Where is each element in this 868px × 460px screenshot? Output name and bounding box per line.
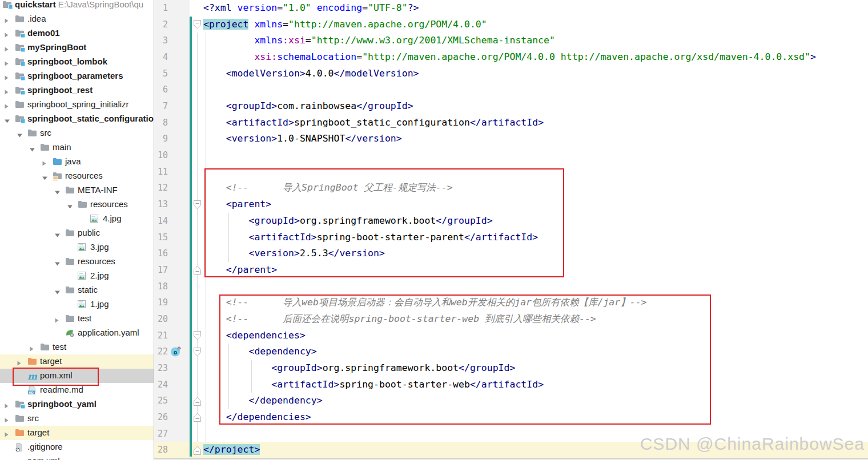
code-line-1[interactable]: <?xml version="1.0" encoding="UTF-8"?> [203, 0, 419, 17]
tree-item-.idea[interactable]: .idea [0, 12, 154, 26]
fold-collapse-end-icon[interactable] [193, 412, 202, 425]
tree-item-resources[interactable]: resources [0, 169, 154, 183]
tree-item-target[interactable]: target [0, 426, 154, 440]
tree-item-3.jpg[interactable]: 3.jpg [0, 240, 154, 255]
code-line-4[interactable]: xsi:schemaLocation="http://maven.apache.… [203, 49, 816, 66]
svg-text:MD: MD [29, 391, 34, 394]
folder-target-icon [15, 429, 25, 438]
tree-item-target[interactable]: target [0, 354, 154, 369]
tree-item-src[interactable]: src [0, 126, 154, 140]
code-segment: springboot_static_configuration [294, 117, 470, 128]
line-number: 18 [154, 279, 168, 295]
line-number: 13 [154, 196, 168, 213]
chevron-right-icon[interactable] [29, 344, 35, 350]
code-segment: = [356, 51, 362, 62]
fold-collapse-end-icon[interactable] [193, 265, 202, 277]
chevron-right-icon[interactable] [4, 16, 10, 22]
chevron-right-icon[interactable] [4, 73, 10, 79]
tree-item-test[interactable]: test [0, 340, 154, 354]
panel-separator[interactable] [154, 0, 154, 460]
tree-item-label: java [65, 156, 81, 166]
module-icon [15, 400, 25, 409]
code-segment: = [362, 2, 368, 13]
fold-collapse-end-icon[interactable] [193, 445, 202, 458]
chevron-right-icon[interactable] [42, 159, 48, 165]
code-segment: </artifactId> [470, 117, 544, 128]
line-number: 16 [154, 245, 168, 262]
code-line-8[interactable]: <artifactId>springboot_static_configurat… [203, 115, 544, 131]
chevron-down-icon[interactable] [54, 230, 61, 236]
fold-collapse-end-icon[interactable] [193, 396, 202, 409]
chevron-down-icon[interactable] [54, 187, 61, 193]
code-line-9[interactable]: <version>1.0-SNAPSHOT</version> [203, 131, 402, 147]
code-line-2[interactable]: <project xmlns="http://maven.apache.org/… [203, 17, 487, 33]
line-number: 28 [154, 442, 168, 458]
tree-item-test[interactable]: test [0, 312, 154, 326]
tree-item-.gitignore[interactable]: .gitignore [0, 440, 154, 454]
tree-item-springboot_rest[interactable]: springboot_rest [0, 83, 154, 98]
dependency-navigate-icon[interactable]: o [170, 345, 182, 360]
tree-item-resources[interactable]: resources [0, 197, 154, 212]
chevron-down-icon[interactable] [54, 287, 61, 293]
tree-item-src[interactable]: src [0, 411, 154, 426]
chevron-right-icon[interactable] [4, 45, 10, 51]
tree-item-meta-inf[interactable]: META-INF [0, 183, 154, 197]
line-number: 14 [154, 213, 168, 229]
chevron-down-icon[interactable] [17, 130, 23, 136]
chevron-right-icon[interactable] [4, 102, 10, 108]
vcs-change-bar[interactable] [190, 17, 192, 457]
tree-item-label: mySpringBoot [27, 42, 86, 52]
line-number: 26 [154, 409, 168, 426]
line-number: 1 [154, 0, 168, 17]
code-line-3[interactable]: xmlns:xsi="http://www.w3.org/2001/XMLSch… [203, 33, 555, 49]
chevron-down-icon[interactable] [67, 201, 73, 208]
watermark: CSDN @ChinaRainbowSea [640, 434, 865, 454]
chevron-right-icon[interactable] [54, 316, 61, 322]
fold-collapse-start-icon[interactable] [193, 19, 202, 32]
code-segment: xsi: [254, 51, 277, 62]
chevron-down-icon[interactable] [42, 173, 48, 179]
tree-item-myspringboot[interactable]: mySpringBoot [0, 41, 154, 55]
tree-item-resources[interactable]: resources [0, 255, 154, 269]
tree-item-springboot_parameters[interactable]: springboot_parameters [0, 69, 154, 83]
tree-item-label: test [53, 342, 66, 352]
code-line-7[interactable]: <groupId>com.rainbowsea</groupId> [203, 98, 413, 115]
tree-item-4.jpg[interactable]: 4.jpg [0, 212, 154, 226]
code-line-28[interactable]: </project> [203, 442, 260, 458]
tree-item-springboot_static_configuration[interactable]: springboot_static_configuration [0, 112, 154, 126]
code-segment: "http://maven.apache.org/POM/4.0.0 http:… [362, 51, 810, 62]
chevron-right-icon[interactable] [4, 430, 10, 436]
line-number: 21 [154, 328, 168, 344]
tree-item-main[interactable]: main [0, 140, 154, 155]
folder-icon [15, 15, 25, 24]
tree-item-demo01[interactable]: demo01 [0, 26, 154, 41]
tree-item-label: 4.jpg [103, 213, 122, 223]
tree-item-springboot_yaml[interactable]: springboot_yaml [0, 397, 154, 411]
tree-item-label: 3.jpg [90, 242, 109, 252]
chevron-right-icon[interactable] [4, 59, 10, 65]
fold-collapse-start-icon[interactable] [193, 200, 202, 212]
tree-item-pom.xml[interactable]: mpom.xml [0, 454, 154, 460]
tree-item-public[interactable]: public [0, 226, 154, 240]
fold-collapse-start-icon[interactable] [193, 330, 202, 343]
chevron-right-icon[interactable] [4, 87, 10, 94]
module-icon [15, 29, 25, 38]
chevron-right-icon[interactable] [4, 30, 10, 37]
chevron-right-icon[interactable] [4, 401, 10, 407]
tree-item-static[interactable]: static [0, 283, 154, 297]
fold-collapse-start-icon[interactable] [193, 347, 202, 360]
tree-item-quickstart[interactable]: quickstart E:\Java\SpringBoot\qu [0, 0, 154, 12]
tree-item-1.jpg[interactable]: 1.jpg [0, 297, 154, 312]
chevron-right-icon[interactable] [17, 358, 23, 365]
chevron-down-icon[interactable] [54, 259, 61, 265]
tree-item-springboot_spring_initializr[interactable]: springboot_spring_initializr [0, 98, 154, 112]
chevron-down-icon[interactable] [29, 144, 35, 151]
chevron-right-icon[interactable] [4, 415, 10, 422]
code-line-5[interactable]: <modelVersion>4.0.0</modelVersion> [203, 66, 419, 82]
chevron-down-icon[interactable] [4, 116, 10, 122]
tree-item-java[interactable]: java [0, 155, 154, 169]
tree-item-2.jpg[interactable]: 2.jpg [0, 269, 154, 283]
tree-item-application.yaml[interactable]: application.yaml [0, 326, 154, 340]
tree-item-springboot_lombok[interactable]: springboot_lombok [0, 55, 154, 69]
tree-item-label: quickstart E:\Java\SpringBoot\qu [15, 0, 143, 9]
